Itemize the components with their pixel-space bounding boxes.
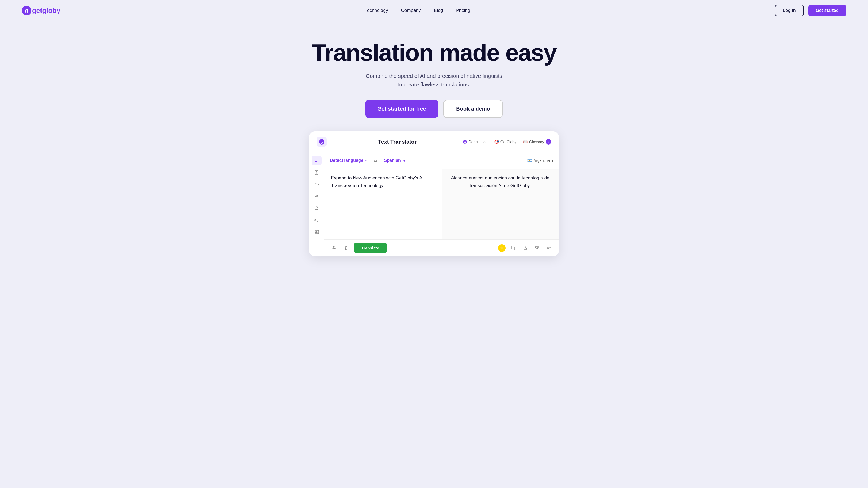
source-text-input[interactable]: [324, 169, 442, 239]
logo-text: getgloby: [32, 6, 60, 15]
hero-section: Translation made easy Combine the speed …: [0, 21, 868, 267]
svg-point-22: [550, 249, 551, 250]
svg-rect-17: [333, 246, 335, 249]
glossary-label: Glossary: [529, 140, 544, 144]
region-label: Argentina: [533, 158, 550, 163]
target-language-area: Spanish ▾ 🇦🇷 Argentina ▾: [384, 158, 553, 163]
svg-line-23: [548, 247, 550, 248]
widget-main: Detect language ▾ ⇄ Spanish ▾ 🇦🇷 Argenti…: [324, 152, 559, 256]
login-button[interactable]: Log in: [775, 5, 804, 16]
widget-header: g Text Translator G Description 🎯 GetGlo…: [309, 131, 559, 152]
svg-point-13: [316, 206, 318, 208]
getgloby-icon: 🎯: [494, 140, 499, 144]
translate-button[interactable]: Translate: [354, 243, 387, 253]
logo[interactable]: g getgloby: [22, 6, 60, 15]
trash-icon[interactable]: [342, 244, 350, 252]
flag-icon: 🇦🇷: [527, 158, 532, 163]
glossary-icon: 📖: [523, 140, 528, 144]
rating-badge[interactable]: ⭐: [498, 244, 506, 252]
svg-rect-7: [315, 160, 319, 161]
svg-text:g: g: [25, 8, 28, 13]
nav-company[interactable]: Company: [401, 8, 421, 13]
sidebar-transcreation-icon[interactable]: [312, 180, 322, 189]
copy-icon[interactable]: [509, 244, 518, 252]
target-language-chevron: ▾: [403, 158, 405, 163]
getgloby-label: GetGloby: [500, 140, 517, 144]
nav-pricing[interactable]: Pricing: [456, 8, 470, 13]
source-language-chevron: ▾: [365, 159, 367, 162]
translation-panels: Alcance nuevas audiencias con la tecnolo…: [324, 169, 559, 239]
logo-icon: g: [22, 6, 31, 15]
thumb-down-icon[interactable]: [533, 244, 541, 252]
nav-technology[interactable]: Technology: [365, 8, 388, 13]
widget-title: Text Translator: [332, 139, 463, 145]
footer-right-actions: ⭐: [498, 244, 553, 252]
g-icon: g: [319, 139, 324, 144]
region-selector[interactable]: 🇦🇷 Argentina ▾: [527, 158, 553, 163]
hero-title: Translation made easy: [11, 40, 857, 65]
sidebar-compare-icon[interactable]: [312, 191, 322, 201]
svg-text:G: G: [464, 140, 466, 143]
navbar: g getgloby Technology Company Blog Prici…: [0, 0, 868, 21]
mic-icon[interactable]: [330, 244, 339, 252]
svg-rect-15: [315, 230, 319, 234]
sidebar-person-icon[interactable]: [312, 203, 322, 213]
svg-rect-6: [315, 159, 319, 159]
getgloby-action[interactable]: 🎯 GetGloby: [494, 140, 517, 144]
sidebar-megaphone-icon[interactable]: [312, 215, 322, 225]
footer-left-actions: Translate: [330, 243, 387, 253]
glossary-badge: 2: [546, 139, 551, 144]
nav-links: Technology Company Blog Pricing: [365, 8, 470, 13]
widget-logo-icon: g: [317, 137, 327, 147]
source-language-selector[interactable]: Detect language ▾: [330, 158, 367, 163]
language-bar: Detect language ▾ ⇄ Spanish ▾ 🇦🇷 Argenti…: [324, 152, 559, 169]
get-started-hero-button[interactable]: Get started for free: [365, 100, 438, 118]
sidebar-text-icon[interactable]: [312, 156, 322, 165]
hero-subtitle: Combine the speed of AI and precision of…: [364, 72, 504, 89]
svg-rect-10: [316, 171, 317, 172]
region-chevron: ▾: [552, 158, 553, 163]
svg-rect-19: [512, 247, 515, 250]
svg-line-24: [548, 248, 550, 249]
target-language-selector[interactable]: Spanish ▾: [384, 158, 405, 163]
svg-point-16: [316, 231, 316, 232]
get-started-nav-button[interactable]: Get started: [808, 5, 846, 16]
widget-sidebar: [309, 152, 324, 256]
thumb-up-icon[interactable]: [521, 244, 529, 252]
language-swap-button[interactable]: ⇄: [371, 156, 380, 165]
widget-body: Detect language ▾ ⇄ Spanish ▾ 🇦🇷 Argenti…: [309, 152, 559, 256]
target-text-output: Alcance nuevas audiencias con la tecnolo…: [442, 169, 559, 239]
widget-footer: Translate ⭐: [324, 239, 559, 256]
description-icon: G: [463, 140, 467, 144]
svg-rect-8: [315, 161, 317, 162]
hero-actions: Get started for free Book a demo: [11, 100, 857, 118]
translator-widget: g Text Translator G Description 🎯 GetGlo…: [309, 131, 559, 256]
nav-blog[interactable]: Blog: [434, 8, 443, 13]
sidebar-doc-icon[interactable]: [312, 167, 322, 177]
sidebar-image-icon[interactable]: [312, 227, 322, 237]
share-icon[interactable]: [545, 244, 553, 252]
svg-point-21: [547, 248, 548, 249]
book-demo-button[interactable]: Book a demo: [443, 100, 503, 118]
svg-rect-11: [316, 172, 317, 172]
source-language-label: Detect language: [330, 158, 364, 163]
glossary-action[interactable]: 📖 Glossary 2: [523, 139, 551, 144]
nav-actions: Log in Get started: [775, 5, 846, 16]
svg-point-20: [550, 246, 551, 247]
svg-text:g: g: [321, 140, 322, 144]
widget-header-actions: G Description 🎯 GetGloby 📖 Glossary 2: [463, 139, 551, 144]
description-label: Description: [469, 140, 488, 144]
description-action[interactable]: G Description: [463, 140, 488, 144]
target-language-label: Spanish: [384, 158, 401, 163]
